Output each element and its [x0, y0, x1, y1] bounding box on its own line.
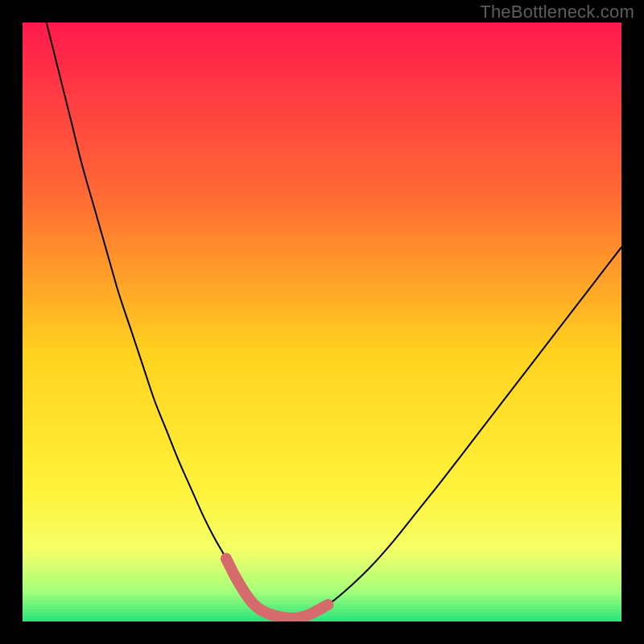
frame: TheBottleneck.com	[0, 0, 644, 644]
bottleneck-curve-highlight	[226, 559, 328, 618]
bottleneck-curve	[47, 23, 621, 618]
curve-layer	[23, 23, 621, 621]
watermark-text: TheBottleneck.com	[480, 2, 634, 23]
plot-area	[23, 23, 621, 621]
